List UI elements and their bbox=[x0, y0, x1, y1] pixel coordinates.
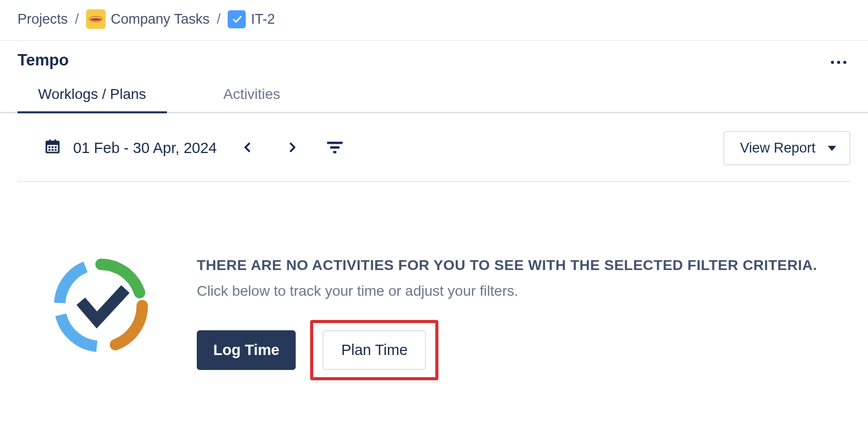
svg-rect-13 bbox=[52, 149, 54, 150]
svg-rect-17 bbox=[333, 151, 336, 154]
breadcrumb-separator: / bbox=[73, 11, 81, 27]
empty-state-subtext: Click below to track your time or adjust… bbox=[197, 283, 850, 299]
tabs: Worklogs / Plans Activities bbox=[0, 86, 868, 113]
svg-point-2 bbox=[831, 61, 834, 64]
svg-rect-16 bbox=[330, 146, 339, 149]
svg-rect-12 bbox=[48, 149, 50, 150]
breadcrumb-project-link[interactable]: Company Tasks bbox=[111, 11, 210, 27]
view-report-label: View Report bbox=[740, 140, 815, 156]
breadcrumb-projects-link[interactable]: Projects bbox=[18, 11, 68, 27]
prev-period-button[interactable] bbox=[232, 137, 262, 160]
tab-activities[interactable]: Activities bbox=[203, 86, 301, 112]
svg-rect-6 bbox=[46, 142, 59, 145]
date-range-label: 01 Feb - 30 Apr, 2024 bbox=[73, 140, 217, 157]
svg-rect-8 bbox=[54, 140, 56, 143]
breadcrumb-issue-link[interactable]: IT-2 bbox=[251, 11, 275, 27]
empty-state-illustration bbox=[49, 254, 152, 359]
svg-rect-15 bbox=[327, 142, 343, 144]
svg-rect-7 bbox=[49, 140, 50, 143]
breadcrumb-separator: / bbox=[215, 11, 223, 27]
empty-state: THERE ARE NO ACTIVITIES FOR YOU TO SEE W… bbox=[0, 182, 868, 380]
breadcrumb: Projects / Company Tasks / IT-2 bbox=[0, 0, 868, 41]
view-report-dropdown[interactable]: View Report bbox=[723, 131, 850, 165]
date-range-picker[interactable]: 01 Feb - 30 Apr, 2024 bbox=[44, 138, 217, 158]
plan-time-highlight: Plan Time bbox=[310, 320, 438, 380]
chevron-left-icon bbox=[242, 140, 253, 155]
calendar-icon bbox=[44, 138, 61, 158]
empty-state-actions: Log Time Plan Time bbox=[197, 320, 850, 380]
issue-type-icon bbox=[228, 10, 246, 28]
svg-point-4 bbox=[843, 61, 846, 64]
empty-state-text: THERE ARE NO ACTIVITIES FOR YOU TO SEE W… bbox=[197, 254, 850, 380]
filter-icon bbox=[326, 141, 344, 154]
panel-title: Tempo bbox=[18, 51, 69, 70]
more-menu-button[interactable] bbox=[827, 49, 850, 72]
empty-state-heading: THERE ARE NO ACTIVITIES FOR YOU TO SEE W… bbox=[197, 257, 850, 274]
svg-point-3 bbox=[837, 61, 840, 64]
plan-time-button[interactable]: Plan Time bbox=[322, 330, 426, 370]
svg-rect-14 bbox=[55, 149, 57, 150]
project-avatar-icon bbox=[86, 9, 106, 29]
toolbar-left: 01 Feb - 30 Apr, 2024 bbox=[44, 137, 347, 160]
log-time-button[interactable]: Log Time bbox=[197, 330, 296, 370]
next-period-button[interactable] bbox=[278, 137, 308, 160]
caret-down-icon bbox=[828, 146, 836, 151]
svg-rect-11 bbox=[55, 146, 57, 148]
toolbar: 01 Feb - 30 Apr, 2024 View Report bbox=[18, 113, 850, 182]
filter-button[interactable] bbox=[323, 138, 347, 159]
tab-worklogs-plans[interactable]: Worklogs / Plans bbox=[18, 86, 167, 112]
svg-rect-9 bbox=[48, 146, 50, 148]
chevron-right-icon bbox=[287, 140, 298, 155]
svg-rect-10 bbox=[52, 146, 54, 148]
panel-header: Tempo bbox=[0, 41, 868, 72]
